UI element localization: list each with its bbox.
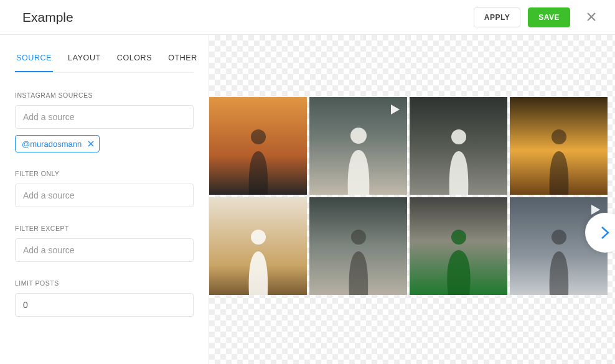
filter-only-label: FILTER ONLY (15, 170, 194, 177)
feed-thumb[interactable] (209, 197, 307, 295)
feed-thumb[interactable] (410, 197, 507, 295)
sidebar: SOURCE LAYOUT COLORS OTHER INSTAGRAM SOU… (0, 35, 209, 364)
source-tag[interactable]: @muradosmann (15, 135, 100, 152)
apply-button[interactable]: APPLY (474, 7, 520, 27)
header-actions: APPLY SAVE (474, 6, 600, 29)
tabs: SOURCE LAYOUT COLORS OTHER (15, 35, 194, 73)
preview-panel (209, 35, 615, 364)
feed-thumb[interactable] (410, 97, 507, 195)
close-icon[interactable] (583, 6, 600, 29)
feed-thumb[interactable] (209, 97, 307, 195)
filter-except-label: FILTER EXCEPT (15, 225, 194, 232)
filter-except-input[interactable] (15, 238, 194, 262)
tab-source[interactable]: SOURCE (15, 54, 53, 72)
feed-grid (209, 97, 615, 295)
limit-posts-input[interactable] (15, 293, 194, 317)
limit-posts-label: LIMIT POSTS (15, 279, 194, 287)
tab-other[interactable]: OTHER (167, 54, 199, 72)
feed-thumb[interactable] (510, 97, 608, 195)
feed-thumb[interactable] (309, 197, 407, 295)
tab-layout[interactable]: LAYOUT (67, 54, 102, 72)
tab-colors[interactable]: COLORS (116, 54, 153, 72)
save-button[interactable]: SAVE (528, 7, 570, 27)
play-icon (387, 102, 402, 117)
source-tag-label: @muradosmann (22, 139, 82, 149)
tag-remove-icon[interactable] (88, 139, 94, 149)
instagram-sources-label: INSTAGRAM SOURCES (15, 91, 194, 99)
instagram-sources-input[interactable] (15, 105, 194, 129)
feed-thumb[interactable] (309, 97, 407, 195)
page-title: Example (22, 10, 73, 25)
chevron-right-icon (601, 226, 609, 240)
filter-only-input[interactable] (15, 184, 194, 207)
